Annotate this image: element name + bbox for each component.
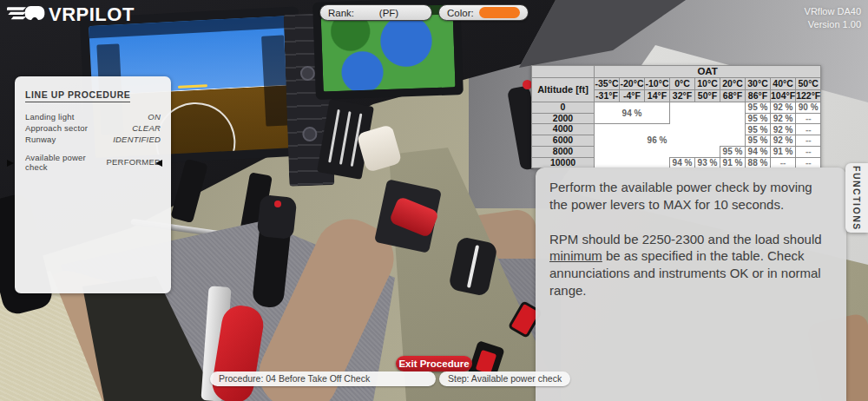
- instruction-paragraph-1: Perform the available power check by mov…: [549, 179, 832, 214]
- oat-col-f: 14°F: [645, 89, 670, 102]
- power-cell: --: [796, 157, 821, 168]
- trim-stripe: [467, 245, 479, 288]
- oat-col-c: -10°C: [645, 77, 670, 89]
- power-cell: --: [796, 146, 821, 157]
- instruction-panel: Perform the available power check by mov…: [536, 168, 846, 401]
- power-cell: --: [796, 135, 821, 147]
- power-cell: 92 %: [771, 113, 796, 124]
- vrpilot-logo: VRPILOT: [7, 2, 135, 28]
- power-cell: 95 %: [746, 102, 771, 113]
- power-cell-blank: [720, 124, 746, 135]
- oat-col-c: 20°C: [720, 77, 746, 89]
- exit-procedure-button[interactable]: Exit Procedure: [396, 356, 472, 371]
- current-step-arrow-left-icon: [7, 160, 14, 167]
- power-cell: 94 %: [670, 157, 695, 168]
- oat-col-c: -20°C: [620, 77, 645, 89]
- app-version-block: VRflow DA40 Version 1.00: [805, 5, 861, 31]
- power-cell: 95 %: [746, 124, 771, 135]
- checklist-item-value: CLEAR: [132, 124, 161, 134]
- checklist-item-label: Landing light: [25, 113, 74, 122]
- checklist-item: Runway IDENTIFIED: [25, 135, 161, 145]
- altitude-cell: 6000: [532, 135, 595, 147]
- color-pill[interactable]: Color:: [438, 4, 529, 21]
- oat-col-c: 50°C: [796, 77, 821, 89]
- power-cell: 92 %: [771, 135, 796, 147]
- step-status-bar: Step: Available power check: [439, 371, 570, 386]
- power-cell: 90 %: [796, 102, 821, 113]
- oat-col-c: 0°C: [670, 77, 695, 89]
- oat-col-c: 10°C: [695, 77, 720, 89]
- app-name: VRflow DA40: [805, 5, 861, 18]
- altitude-cell: 8000: [532, 146, 595, 157]
- power-cell-blank: [595, 157, 670, 168]
- step-status-label: Step: Available power check: [448, 373, 562, 384]
- rank-value: (PF): [354, 8, 424, 18]
- instruction-text: RPM should be 2250-2300 and the load sho…: [549, 232, 822, 247]
- checklist-item-value: PERFORMED: [107, 158, 161, 168]
- throttle-lever: [328, 109, 340, 163]
- table-row: 10000 94 % 93 % 91 % 88 % -- --: [532, 157, 821, 168]
- rank-label: Rank:: [328, 8, 354, 18]
- oat-header: OAT: [595, 66, 821, 78]
- checklist-item-current: Available power check PERFORMED: [25, 154, 161, 173]
- functions-tab-label: FUNCTIONS: [852, 166, 862, 231]
- power-cell: 93 %: [695, 157, 720, 168]
- table-corner-cell: [532, 66, 595, 78]
- power-cell-merged: 94 %: [595, 102, 670, 124]
- instruction-text-underlined: minimum: [549, 248, 602, 263]
- checklist-item-label: Available power check: [25, 154, 107, 173]
- power-cell: 91 %: [720, 157, 746, 168]
- checklist-item-label: Runway: [25, 135, 56, 145]
- rank-pill[interactable]: Rank: (PF): [319, 4, 432, 21]
- throttle-lever: [339, 111, 352, 165]
- vrpilot-logo-text: VRPILOT: [49, 3, 135, 26]
- power-cell: 92 %: [771, 124, 796, 135]
- power-cell-merged: 96 %: [595, 124, 720, 157]
- exit-procedure-label: Exit Procedure: [398, 358, 469, 369]
- power-cell: --: [771, 157, 796, 168]
- power-cell: 94 %: [746, 146, 771, 157]
- checklist-panel: LINE UP PROCEDURE Landing light ON Appro…: [15, 76, 171, 293]
- avionics-knob: [302, 127, 318, 142]
- oat-col-c: -35°C: [595, 77, 620, 89]
- power-cell: 95 %: [720, 146, 746, 157]
- procedure-status-bar: Procedure: 04 Before Take Off Check: [210, 371, 436, 386]
- checklist-item: Approach sector CLEAR: [25, 124, 161, 134]
- available-power-table: OAT Altitude [ft] -35°C -20°C -10°C 0°C …: [531, 65, 821, 168]
- checklist-item-value: IDENTIFIED: [113, 135, 161, 145]
- altitude-cell: 2000: [532, 113, 595, 124]
- table-row: 4000 96 % 95 % 92 % --: [532, 124, 821, 135]
- oat-col-f: -4°F: [620, 89, 645, 102]
- oat-col-f: 122°F: [796, 89, 821, 102]
- functions-tab[interactable]: FUNCTIONS: [845, 163, 868, 233]
- power-cell: 92 %: [771, 102, 796, 113]
- oat-col-f: 50°F: [695, 89, 720, 102]
- checklist-item-label: Approach sector: [25, 124, 88, 134]
- power-cell: --: [796, 113, 821, 124]
- player-color-swatch: [479, 7, 520, 18]
- power-cell: 88 %: [746, 157, 771, 168]
- app-version: Version 1.00: [805, 18, 861, 31]
- procedure-status-label: Procedure: 04 Before Take Off Check: [219, 373, 370, 384]
- checklist-item-value: ON: [148, 113, 161, 122]
- instruction-paragraph-2: RPM should be 2250-2300 and the load sho…: [549, 231, 832, 299]
- current-step-arrow-right-icon: [155, 160, 162, 167]
- oat-col-f: 86°F: [746, 89, 771, 102]
- oat-col-f: 32°F: [670, 89, 695, 102]
- power-cell-blank: [720, 135, 746, 147]
- altitude-cell: 10000: [532, 157, 595, 168]
- power-cell: 91 %: [771, 146, 796, 157]
- attitude-marker: [178, 85, 207, 89]
- oat-col-f: 68°F: [720, 89, 746, 102]
- altitude-cell: 0: [532, 102, 595, 113]
- avionics-knob: [300, 66, 316, 82]
- table-row: 0 94 % 95 % 92 % 90 %: [532, 102, 821, 113]
- checklist-item: Landing light ON: [25, 113, 161, 122]
- altitude-header: Altitude [ft]: [532, 77, 595, 102]
- power-cell: 95 %: [746, 113, 771, 124]
- oat-col-f: -31°F: [595, 89, 620, 102]
- power-cell: --: [796, 124, 821, 135]
- color-label: Color:: [447, 8, 474, 18]
- oat-col-f: 104°F: [771, 89, 796, 102]
- oat-col-c: 40°C: [771, 77, 796, 89]
